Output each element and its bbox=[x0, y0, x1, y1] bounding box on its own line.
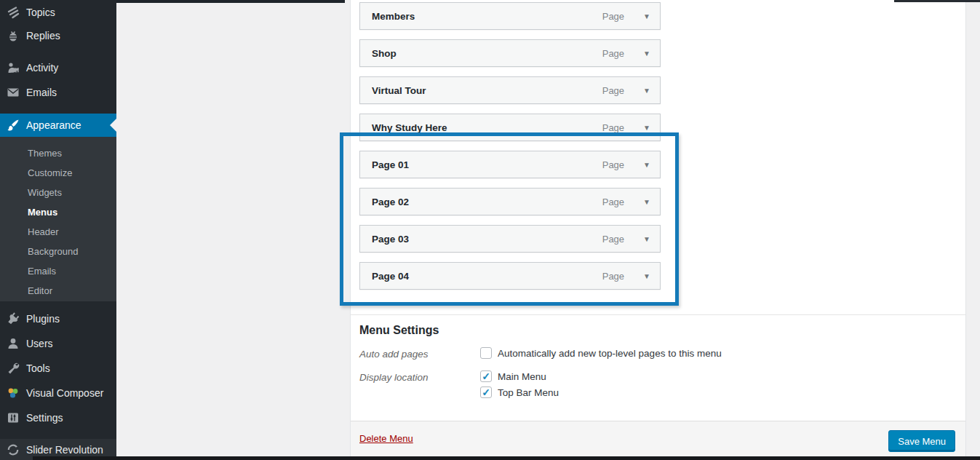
visual-composer-icon bbox=[6, 386, 20, 400]
sidebar-item-activity[interactable]: Activity bbox=[0, 55, 116, 80]
menu-item-type: Page bbox=[602, 234, 624, 245]
chevron-down-icon[interactable]: ▼ bbox=[643, 49, 650, 58]
menu-item-title: Page 01 bbox=[360, 159, 409, 170]
menu-item-title: Page 04 bbox=[360, 271, 409, 282]
admin-content-area: Members Page▼ Shop Page▼ Virtual Tour Pa… bbox=[116, 0, 980, 460]
sidebar-item-label: Topics bbox=[26, 7, 55, 18]
menu-item-type: Page bbox=[602, 271, 624, 282]
display-location-label: Display location bbox=[359, 372, 429, 383]
menu-item-title: Page 03 bbox=[360, 234, 409, 245]
wrench-icon bbox=[6, 361, 20, 376]
plugin-icon bbox=[6, 312, 20, 326]
sidebar-item-users[interactable]: Users bbox=[0, 331, 116, 356]
topics-icon bbox=[6, 5, 20, 20]
cutoff-dark-bar-left bbox=[116, 0, 345, 3]
envelope-icon bbox=[6, 85, 20, 100]
menu-item-row[interactable]: Virtual Tour Page▼ bbox=[359, 76, 661, 104]
display-location-main-menu: ✓ Main Menu bbox=[480, 370, 546, 382]
admin-sidebar: Topics Replies Activity Emails Appearanc… bbox=[0, 0, 116, 460]
sidebar-item-label: Settings bbox=[26, 412, 63, 424]
auto-add-pages-control: Automatically add new top-level pages to… bbox=[480, 347, 722, 359]
chevron-down-icon[interactable]: ▼ bbox=[643, 124, 650, 132]
display-location-top-bar-menu: ✓ Top Bar Menu bbox=[480, 386, 559, 398]
submenu-item-header[interactable]: Header bbox=[0, 222, 116, 242]
sidebar-item-label: Plugins bbox=[26, 313, 60, 325]
activity-icon bbox=[6, 60, 20, 75]
submenu-item-emails[interactable]: Emails bbox=[0, 261, 116, 281]
auto-add-pages-checkbox-label: Automatically add new top-level pages to… bbox=[498, 348, 722, 359]
chevron-down-icon[interactable]: ▼ bbox=[643, 198, 650, 206]
menu-item-title: Page 02 bbox=[360, 197, 409, 207]
main-menu-checkbox-label: Main Menu bbox=[498, 371, 546, 382]
appearance-submenu: Themes Customize Widgets Menus Header Ba… bbox=[0, 137, 116, 301]
chevron-down-icon[interactable]: ▼ bbox=[643, 272, 650, 280]
menu-item-row[interactable]: Page 03 Page▼ bbox=[359, 225, 661, 253]
paintbrush-icon bbox=[6, 118, 20, 132]
sidebar-item-label: Activity bbox=[26, 62, 58, 74]
chevron-down-icon[interactable]: ▼ bbox=[643, 87, 650, 95]
divider bbox=[351, 314, 965, 315]
chevron-down-icon[interactable]: ▼ bbox=[643, 12, 650, 20]
submenu-item-editor[interactable]: Editor bbox=[0, 281, 116, 301]
sidebar-item-settings[interactable]: Settings bbox=[0, 405, 116, 430]
sidebar-item-plugins[interactable]: Plugins bbox=[0, 306, 116, 331]
menu-settings-heading: Menu Settings bbox=[359, 324, 439, 337]
sidebar-item-label: Replies bbox=[26, 30, 60, 41]
submenu-item-themes[interactable]: Themes bbox=[0, 143, 116, 163]
submenu-item-customize[interactable]: Customize bbox=[0, 163, 116, 183]
user-icon bbox=[6, 336, 20, 351]
menu-item-title: Shop bbox=[360, 48, 397, 59]
sidebar-item-label: Users bbox=[26, 338, 53, 349]
delete-menu-link[interactable]: Delete Menu bbox=[359, 433, 413, 444]
auto-add-pages-label: Auto add pages bbox=[359, 349, 429, 360]
menu-item-type: Page bbox=[602, 85, 624, 96]
menu-editor-footer: Delete Menu Save Menu bbox=[351, 421, 965, 456]
sliders-icon bbox=[6, 411, 20, 425]
menu-item-type: Page bbox=[602, 159, 624, 170]
menu-item-type: Page bbox=[602, 197, 624, 207]
bottom-edge-bar bbox=[33, 456, 980, 460]
submenu-item-background[interactable]: Background bbox=[0, 242, 116, 261]
top-bar-menu-checkbox-label: Top Bar Menu bbox=[498, 387, 559, 398]
slider-revolution-icon bbox=[6, 443, 20, 457]
menu-item-title: Virtual Tour bbox=[360, 85, 426, 96]
menu-item-row[interactable]: Shop Page▼ bbox=[359, 39, 661, 67]
menu-item-row[interactable]: Page 02 Page▼ bbox=[359, 188, 661, 215]
auto-add-pages-checkbox[interactable] bbox=[480, 347, 492, 359]
sidebar-item-replies[interactable]: Replies bbox=[0, 23, 116, 48]
menu-editor-panel: Members Page▼ Shop Page▼ Virtual Tour Pa… bbox=[350, 0, 966, 456]
menu-item-type: Page bbox=[602, 11, 624, 22]
menu-item-row[interactable]: Page 01 Page▼ bbox=[359, 151, 661, 178]
menu-item-row[interactable]: Page 04 Page▼ bbox=[359, 262, 661, 290]
menu-item-title: Members bbox=[360, 11, 415, 22]
sidebar-item-topics[interactable]: Topics bbox=[0, 0, 116, 25]
submenu-item-menus[interactable]: Menus bbox=[0, 202, 116, 222]
menu-item-row[interactable]: Why Study Here Page▼ bbox=[359, 114, 661, 141]
sidebar-item-tools[interactable]: Tools bbox=[0, 356, 116, 381]
menu-item-type: Page bbox=[602, 48, 624, 59]
save-menu-button[interactable]: Save Menu bbox=[888, 430, 955, 452]
sidebar-item-label: Tools bbox=[26, 362, 50, 374]
sidebar-item-label: Emails bbox=[26, 87, 57, 98]
menu-item-row[interactable]: Members Page▼ bbox=[359, 2, 661, 30]
submenu-item-widgets[interactable]: Widgets bbox=[0, 183, 116, 202]
sidebar-item-emails[interactable]: Emails bbox=[0, 80, 116, 105]
cutoff-dark-bar-right bbox=[894, 0, 980, 2]
main-menu-checkbox[interactable]: ✓ bbox=[480, 370, 492, 382]
sidebar-item-label: Visual Composer bbox=[26, 387, 103, 399]
sidebar-item-label: Appearance bbox=[26, 119, 81, 131]
chevron-down-icon[interactable]: ▼ bbox=[643, 161, 650, 169]
top-bar-menu-checkbox[interactable]: ✓ bbox=[480, 386, 492, 398]
sidebar-item-label: Slider Revolution bbox=[26, 444, 103, 456]
bee-icon bbox=[6, 28, 20, 43]
menu-item-title: Why Study Here bbox=[360, 122, 447, 133]
chevron-down-icon[interactable]: ▼ bbox=[643, 235, 650, 243]
menu-item-type: Page bbox=[602, 122, 624, 133]
sidebar-item-visual-composer[interactable]: Visual Composer bbox=[0, 381, 116, 405]
sidebar-item-appearance[interactable]: Appearance bbox=[0, 114, 116, 137]
